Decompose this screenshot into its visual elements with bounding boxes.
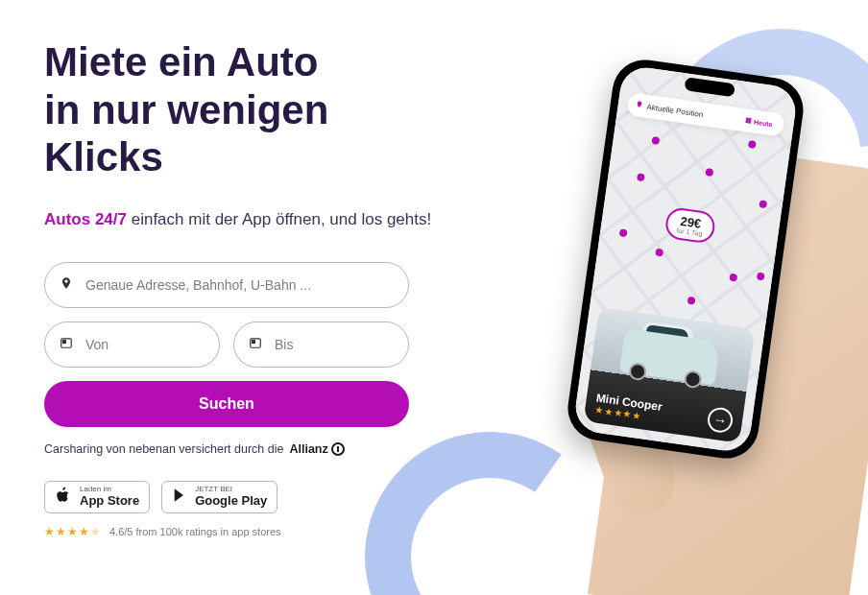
hero-subtitle: Autos 24/7 einfach mit der App öffnen, u… — [44, 208, 457, 232]
location-pin-small-icon — [635, 100, 643, 110]
svg-rect-1 — [63, 341, 66, 344]
allianz-brand: Allianz — [289, 442, 344, 456]
calendar-small-icon: ▦ — [745, 116, 753, 125]
google-play-icon — [172, 488, 187, 508]
google-play-big: Google Play — [195, 493, 267, 509]
phone-topbar-label: Aktuelle Position — [646, 102, 704, 118]
rating-text: 4.6/5 from 100k ratings in app stores — [109, 526, 281, 537]
search-form: Suchen — [44, 262, 409, 427]
app-store-big: App Store — [80, 493, 139, 509]
address-input[interactable] — [44, 262, 409, 308]
search-button[interactable]: Suchen — [44, 381, 409, 427]
google-play-badge[interactable]: JETZT BEI Google Play — [161, 481, 277, 513]
hero-title: Miete ein Auto in nur wenigen Klicks — [44, 38, 457, 181]
allianz-label: Allianz — [289, 442, 327, 456]
calendar-to-icon — [249, 336, 262, 353]
location-pin-icon — [60, 276, 73, 294]
google-play-small: JETZT BEI — [195, 486, 267, 493]
rating-line: ★★★★★ 4.6/5 from 100k ratings in app sto… — [44, 525, 457, 538]
hero-subtitle-highlight: Autos 24/7 — [44, 210, 127, 228]
apple-icon — [55, 487, 72, 509]
svg-rect-3 — [253, 341, 255, 344]
car-card: Mini Cooper ★★★★★ → — [583, 307, 755, 443]
go-arrow-icon: → — [706, 406, 734, 434]
app-store-badge[interactable]: Laden im App Store — [44, 481, 150, 513]
phone-date-chip: ▦ Heute — [741, 115, 777, 130]
calendar-from-icon — [60, 336, 73, 353]
hero-subtitle-rest: einfach mit der App öffnen, und los geht… — [127, 210, 431, 228]
allianz-logo-icon — [331, 442, 345, 456]
hero-phone-illustration: Aktuelle Position ▦ Heute 29€ für 1 Tag — [503, 38, 858, 576]
insurance-text: Carsharing von nebenan versichert durch … — [44, 442, 283, 456]
app-store-small: Laden im — [80, 486, 139, 493]
rating-stars-icon: ★★★★★ — [44, 525, 102, 538]
insurance-line: Carsharing von nebenan versichert durch … — [44, 442, 457, 456]
phone-date-chip-label: Heute — [754, 118, 773, 128]
car-image-icon — [619, 328, 720, 385]
